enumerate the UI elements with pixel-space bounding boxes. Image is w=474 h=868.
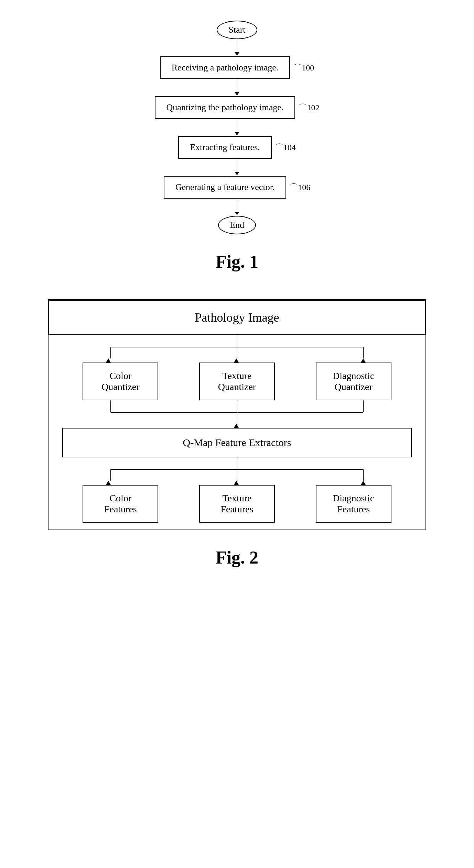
- quantizer-row: ColorQuantizer TextureQuantizer Diagnost…: [49, 363, 425, 400]
- svg-connector-bot: [49, 457, 425, 485]
- color-quantizer-label: ColorQuantizer: [101, 370, 139, 392]
- step-106-label: ⌒106: [290, 182, 310, 193]
- arrow-3: [235, 119, 239, 136]
- pathology-image-box: Pathology Image: [49, 300, 425, 335]
- color-features-label: ColorFeatures: [104, 493, 137, 515]
- step-102-text: Quantizing the pathology image.: [166, 102, 284, 112]
- diagnostic-quantizer-box: DiagnosticQuantizer: [316, 363, 391, 400]
- flowchart-fig1: Start Receiving a pathology image. ⌒100 …: [155, 21, 320, 234]
- step-100-row: Receiving a pathology image. ⌒100: [160, 56, 314, 79]
- diagnostic-quantizer-label: DiagnosticQuantizer: [333, 370, 374, 392]
- texture-features-label: TextureFeatures: [221, 493, 254, 515]
- step-102-row: Quantizing the pathology image. ⌒102: [155, 96, 320, 119]
- color-quantizer-box: ColorQuantizer: [83, 363, 158, 400]
- step-106-row: Generating a feature vector. ⌒106: [164, 176, 311, 199]
- arrow-2: [235, 79, 239, 96]
- fig1-title: Fig. 1: [216, 252, 258, 272]
- end-label: End: [230, 220, 244, 230]
- svg-connector-top: [49, 335, 425, 363]
- svg-marker-3: [106, 358, 111, 363]
- step-104-row: Extracting features. ⌒104: [178, 136, 296, 159]
- start-label: Start: [228, 25, 245, 35]
- step-100-box: Receiving a pathology image.: [160, 56, 290, 79]
- svg-marker-21: [361, 481, 366, 485]
- svg-marker-13: [234, 424, 239, 428]
- arrow-4: [235, 159, 239, 176]
- step-104-text: Extracting features.: [190, 142, 260, 152]
- svg-marker-19: [234, 481, 239, 485]
- step-100-text: Receiving a pathology image.: [172, 63, 278, 73]
- end-oval: End: [218, 216, 256, 234]
- diagnostic-features-label: DiagnosticFeatures: [333, 493, 374, 515]
- fig1-container: Start Receiving a pathology image. ⌒100 …: [117, 21, 357, 292]
- svg-connector-mid: [49, 400, 425, 428]
- fig2-diagram: Pathology Image ColorQuantizer TextureQu…: [48, 299, 426, 530]
- step-100-label: ⌒100: [293, 62, 314, 73]
- svg-marker-7: [361, 358, 366, 363]
- step-102-box: Quantizing the pathology image.: [155, 96, 295, 119]
- texture-quantizer-label: TextureQuantizer: [218, 370, 256, 392]
- step-104-box: Extracting features.: [178, 136, 272, 159]
- step-104-label: ⌒104: [275, 142, 296, 153]
- svg-marker-5: [234, 358, 239, 363]
- diagnostic-features-box: DiagnosticFeatures: [316, 485, 391, 523]
- texture-quantizer-box: TextureQuantizer: [199, 363, 275, 400]
- texture-features-box: TextureFeatures: [199, 485, 275, 523]
- step-106-text: Generating a feature vector.: [175, 182, 275, 192]
- step-106-box: Generating a feature vector.: [164, 176, 287, 199]
- svg-marker-17: [106, 481, 111, 485]
- fig2-container: Pathology Image ColorQuantizer TextureQu…: [48, 299, 426, 588]
- arrow-1: [235, 39, 239, 56]
- qmap-box: Q-Map Feature Extractors: [62, 428, 412, 457]
- color-features-box: ColorFeatures: [83, 485, 158, 523]
- arrow-5: [235, 199, 239, 216]
- start-oval: Start: [217, 21, 257, 39]
- fig2-title: Fig. 2: [216, 547, 258, 568]
- step-102-label: ⌒102: [299, 102, 319, 113]
- features-row: ColorFeatures TextureFeatures Diagnostic…: [49, 485, 425, 530]
